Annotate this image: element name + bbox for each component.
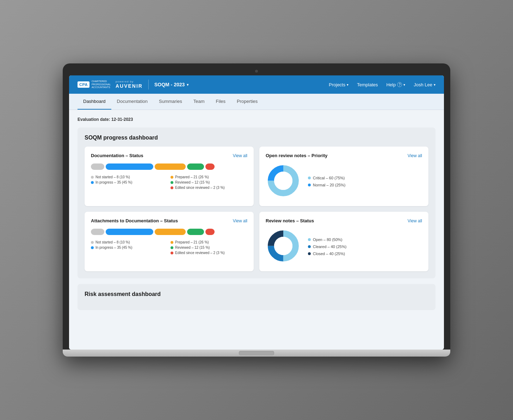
rns-legend-cleared: Cleared – 40 (25%) xyxy=(308,245,346,249)
powered-by-label: powered by xyxy=(116,80,143,83)
att-bar-edited xyxy=(205,229,215,235)
laptop-screen: CPA CHARTEREDPROFESSIONALACCOUNTANTS pow… xyxy=(69,75,444,350)
nav-right-items: Projects ▾ Templates Help ? ▾ Josh Lee ▾ xyxy=(329,82,435,87)
bar-edited xyxy=(205,163,215,170)
project-name: SOQM - 2023 xyxy=(154,82,185,87)
nav-divider xyxy=(148,80,149,89)
rns-content: Open – 80 (50%) Cleared – 40 (25%) Close… xyxy=(266,228,422,265)
legend-not-started: Not started – 8 (10 %) xyxy=(91,175,168,179)
eval-date-value: 12-31-2023 xyxy=(111,117,133,122)
doc-view-all[interactable]: View all xyxy=(233,153,247,158)
att-dot-reviewed xyxy=(171,246,173,249)
risk-assessment-section: Risk assessment dashboard xyxy=(78,284,435,310)
bar-not-started xyxy=(91,163,104,170)
dot-prepared xyxy=(171,176,173,179)
tab-summaries[interactable]: Summaries xyxy=(153,94,188,110)
orn-dot-normal xyxy=(308,184,311,186)
att-legend-not-started: Not started – 8 (10 %) xyxy=(91,240,168,244)
help-icon: ? xyxy=(397,82,402,87)
laptop-camera xyxy=(255,70,258,73)
top-navigation: CPA CHARTEREDPROFESSIONALACCOUNTANTS pow… xyxy=(69,75,444,94)
cpa-logo: CPA CHARTEREDPROFESSIONALACCOUNTANTS xyxy=(78,80,109,89)
dot-not-started xyxy=(91,176,94,179)
tab-team[interactable]: Team xyxy=(188,94,210,110)
help-dropdown-icon: ▾ xyxy=(403,83,405,87)
orn-donut xyxy=(266,163,301,200)
bar-in-progress xyxy=(106,163,153,170)
soqm-dashboard-section: SOQM progress dashboard Documentation – … xyxy=(78,128,435,278)
att-bar-prepared xyxy=(155,229,186,235)
rns-card-header: Review notes – Status View all xyxy=(266,218,422,223)
project-dropdown-icon: ▾ xyxy=(187,83,188,87)
attachments-status-card: Attachments to Documentation – Status Vi… xyxy=(85,212,254,271)
att-view-all[interactable]: View all xyxy=(233,218,247,223)
cpa-subtext: CHARTEREDPROFESSIONALACCOUNTANTS xyxy=(92,80,109,89)
att-legend-in-progress: In progress – 35 (45 %) xyxy=(91,246,168,249)
rns-legend-open: Open – 80 (50%) xyxy=(308,237,346,242)
dot-in-progress xyxy=(91,181,94,184)
doc-legend: Not started – 8 (10 %) Prepared – 21 (26… xyxy=(91,175,247,190)
orn-content: Critical – 60 (75%) Normal – 20 (25%) xyxy=(266,163,422,200)
bar-prepared xyxy=(155,163,186,170)
nav-templates[interactable]: Templates xyxy=(357,82,378,87)
orn-dot-critical xyxy=(308,177,311,179)
cpa-badge: CPA xyxy=(78,81,89,88)
nav-projects[interactable]: Projects ▾ xyxy=(329,82,348,87)
rns-legend: Open – 80 (50%) Cleared – 40 (25%) Close… xyxy=(308,237,346,256)
svg-point-2 xyxy=(274,172,292,190)
att-dot-edited xyxy=(171,252,173,254)
laptop-base xyxy=(63,350,450,357)
tab-documentation[interactable]: Documentation xyxy=(111,94,153,110)
att-legend: Not started – 8 (10 %) Prepared – 21 (26… xyxy=(91,240,247,255)
rns-card-title: Review notes – Status xyxy=(266,218,314,223)
rns-donut xyxy=(266,228,301,265)
rns-view-all[interactable]: View all xyxy=(408,218,422,223)
orn-legend-critical: Critical – 60 (75%) xyxy=(308,176,345,180)
bar-reviewed xyxy=(187,163,204,170)
att-dot-not-started xyxy=(91,241,94,244)
brand-name: AUVENIR xyxy=(116,83,143,89)
logo-area: CPA CHARTEREDPROFESSIONALACCOUNTANTS pow… xyxy=(78,80,143,89)
evaluation-date: Evaluation date: 12-31-2023 xyxy=(78,117,435,122)
att-bar-reviewed xyxy=(187,229,204,235)
legend-reviewed: Reviewed – 12 (15 %) xyxy=(171,180,247,184)
project-selector[interactable]: SOQM - 2023 ▾ xyxy=(154,82,188,87)
laptop-trackpad xyxy=(239,351,274,355)
nav-user[interactable]: Josh Lee ▾ xyxy=(414,82,435,87)
doc-card-header: Documentation – Status View all xyxy=(91,153,247,158)
orn-legend: Critical – 60 (75%) Normal – 20 (25%) xyxy=(308,176,345,187)
legend-in-progress: In progress – 35 (45 %) xyxy=(91,180,168,184)
orn-card-title: Open review notes – Priority xyxy=(266,153,328,158)
cards-grid: Documentation – Status View all xyxy=(85,147,428,271)
doc-progress-bar xyxy=(91,163,247,170)
rns-legend-closed: Closed – 40 (25%) xyxy=(308,252,346,256)
soqm-section-title: SOQM progress dashboard xyxy=(85,135,428,141)
main-content: Evaluation date: 12-31-2023 SOQM progres… xyxy=(69,110,444,350)
rns-dot-closed xyxy=(308,252,311,255)
att-legend-edited: Edited since reviewed – 2 (3 %) xyxy=(171,251,247,255)
rns-dot-cleared xyxy=(308,245,311,248)
orn-legend-normal: Normal – 20 (25%) xyxy=(308,183,345,187)
open-review-notes-card: Open review notes – Priority View all xyxy=(259,147,428,206)
att-bar-not-started xyxy=(91,229,104,235)
att-legend-prepared: Prepared – 21 (26 %) xyxy=(171,240,247,244)
review-notes-status-card: Review notes – Status View all xyxy=(259,212,428,271)
rns-dot-open xyxy=(308,238,311,241)
att-card-header: Attachments to Documentation – Status Vi… xyxy=(91,218,247,223)
orn-card-header: Open review notes – Priority View all xyxy=(266,153,422,158)
secondary-navigation: Dashboard Documentation Summaries Team F… xyxy=(69,94,444,110)
tab-properties[interactable]: Properties xyxy=(231,94,263,110)
att-progress-bar xyxy=(91,228,247,235)
eval-date-label: Evaluation date: xyxy=(78,117,110,122)
tab-dashboard[interactable]: Dashboard xyxy=(78,94,111,110)
tab-files[interactable]: Files xyxy=(210,94,231,110)
nav-help[interactable]: Help ? ▾ xyxy=(386,82,405,87)
documentation-status-card: Documentation – Status View all xyxy=(85,147,254,206)
orn-view-all[interactable]: View all xyxy=(408,153,422,158)
att-legend-reviewed: Reviewed – 12 (15 %) xyxy=(171,246,247,249)
att-card-title: Attachments to Documentation – Status xyxy=(91,218,178,223)
svg-point-6 xyxy=(274,237,292,255)
att-dot-in-progress xyxy=(91,246,94,249)
legend-prepared: Prepared – 21 (26 %) xyxy=(171,175,247,179)
att-dot-prepared xyxy=(171,241,173,244)
